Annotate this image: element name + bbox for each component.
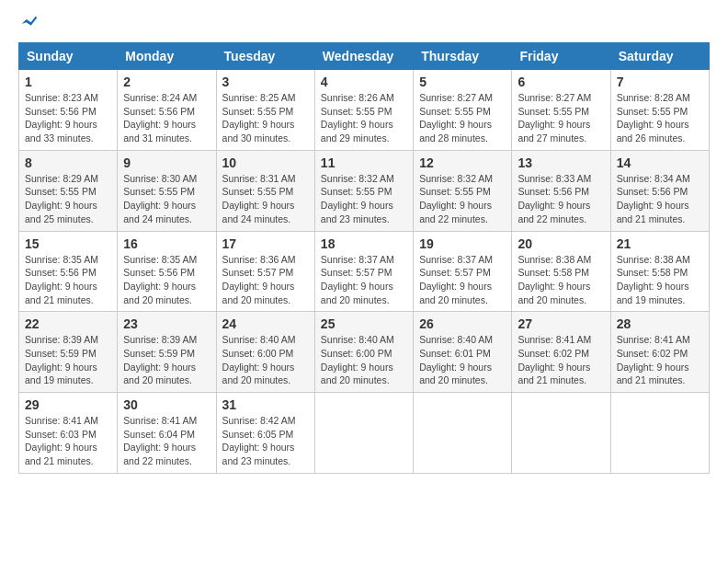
day-number: 7 [617, 75, 703, 89]
calendar-cell: 10Sunrise: 8:31 AMSunset: 5:55 PMDayligh… [216, 150, 314, 231]
day-number: 19 [419, 236, 506, 251]
calendar-header-row: SundayMondayTuesdayWednesdayThursdayFrid… [19, 43, 710, 70]
calendar-day-header: Saturday [610, 43, 709, 70]
calendar-cell [314, 393, 413, 474]
day-info: Sunrise: 8:40 AMSunset: 6:00 PMDaylight:… [222, 333, 309, 387]
day-info: Sunrise: 8:23 AMSunset: 5:56 PMDaylight:… [25, 91, 111, 145]
day-info: Sunrise: 8:28 AMSunset: 5:55 PMDaylight:… [617, 91, 703, 145]
day-info: Sunrise: 8:37 AMSunset: 5:57 PMDaylight:… [419, 253, 506, 307]
day-number: 27 [518, 316, 604, 331]
day-info: Sunrise: 8:35 AMSunset: 5:56 PMDaylight:… [123, 253, 210, 307]
day-number: 1 [25, 75, 111, 89]
day-info: Sunrise: 8:41 AMSunset: 6:04 PMDaylight:… [123, 414, 210, 468]
day-number: 26 [419, 316, 506, 331]
day-info: Sunrise: 8:36 AMSunset: 5:57 PMDaylight:… [222, 253, 309, 307]
calendar-cell: 17Sunrise: 8:36 AMSunset: 5:57 PMDayligh… [216, 231, 314, 312]
calendar-table: SundayMondayTuesdayWednesdayThursdayFrid… [18, 42, 710, 474]
day-info: Sunrise: 8:27 AMSunset: 5:55 PMDaylight:… [518, 91, 604, 145]
day-info: Sunrise: 8:24 AMSunset: 5:56 PMDaylight:… [123, 91, 210, 145]
day-info: Sunrise: 8:27 AMSunset: 5:55 PMDaylight:… [419, 91, 506, 145]
page-header [18, 18, 710, 33]
calendar-cell: 14Sunrise: 8:34 AMSunset: 5:56 PMDayligh… [610, 150, 709, 231]
day-info: Sunrise: 8:31 AMSunset: 5:55 PMDaylight:… [222, 172, 309, 226]
day-number: 5 [419, 75, 506, 89]
day-info: Sunrise: 8:29 AMSunset: 5:55 PMDaylight:… [25, 172, 111, 226]
day-number: 17 [222, 236, 309, 251]
day-info: Sunrise: 8:37 AMSunset: 5:57 PMDaylight:… [321, 253, 407, 307]
calendar-week-row: 8Sunrise: 8:29 AMSunset: 5:55 PMDaylight… [19, 150, 710, 231]
day-number: 14 [617, 155, 703, 170]
day-info: Sunrise: 8:38 AMSunset: 5:58 PMDaylight:… [617, 253, 703, 307]
calendar-cell: 24Sunrise: 8:40 AMSunset: 6:00 PMDayligh… [216, 312, 314, 393]
day-info: Sunrise: 8:32 AMSunset: 5:55 PMDaylight:… [419, 172, 506, 226]
calendar-day-header: Sunday [19, 43, 118, 70]
calendar-cell: 27Sunrise: 8:41 AMSunset: 6:02 PMDayligh… [512, 312, 610, 393]
day-info: Sunrise: 8:32 AMSunset: 5:55 PMDaylight:… [321, 172, 407, 226]
calendar-cell: 6Sunrise: 8:27 AMSunset: 5:55 PMDaylight… [512, 70, 610, 151]
calendar-cell: 30Sunrise: 8:41 AMSunset: 6:04 PMDayligh… [118, 393, 216, 474]
calendar-cell: 16Sunrise: 8:35 AMSunset: 5:56 PMDayligh… [118, 231, 216, 312]
day-number: 16 [123, 236, 210, 251]
calendar-cell: 21Sunrise: 8:38 AMSunset: 5:58 PMDayligh… [610, 231, 709, 312]
day-number: 21 [617, 236, 703, 251]
logo-icon [20, 15, 39, 33]
day-number: 23 [123, 316, 210, 331]
day-info: Sunrise: 8:40 AMSunset: 6:01 PMDaylight:… [419, 333, 506, 387]
day-number: 22 [25, 316, 111, 331]
calendar-cell: 1Sunrise: 8:23 AMSunset: 5:56 PMDaylight… [19, 70, 118, 151]
day-number: 15 [25, 236, 111, 251]
calendar-cell: 7Sunrise: 8:28 AMSunset: 5:55 PMDaylight… [610, 70, 709, 151]
calendar-cell: 29Sunrise: 8:41 AMSunset: 6:03 PMDayligh… [19, 393, 118, 474]
calendar-week-row: 29Sunrise: 8:41 AMSunset: 6:03 PMDayligh… [19, 393, 710, 474]
day-info: Sunrise: 8:40 AMSunset: 6:00 PMDaylight:… [321, 333, 407, 387]
calendar-cell: 3Sunrise: 8:25 AMSunset: 5:55 PMDaylight… [216, 70, 314, 151]
day-number: 31 [222, 397, 309, 412]
day-info: Sunrise: 8:25 AMSunset: 5:55 PMDaylight:… [222, 91, 309, 145]
day-number: 25 [321, 316, 407, 331]
calendar-day-header: Thursday [414, 43, 512, 70]
day-number: 18 [321, 236, 407, 251]
day-number: 2 [123, 75, 210, 89]
calendar-cell: 11Sunrise: 8:32 AMSunset: 5:55 PMDayligh… [314, 150, 413, 231]
calendar-cell: 28Sunrise: 8:41 AMSunset: 6:02 PMDayligh… [610, 312, 709, 393]
calendar-cell: 12Sunrise: 8:32 AMSunset: 5:55 PMDayligh… [414, 150, 512, 231]
day-number: 20 [518, 236, 604, 251]
calendar-day-header: Monday [118, 43, 216, 70]
day-number: 6 [518, 75, 604, 89]
day-number: 24 [222, 316, 309, 331]
day-info: Sunrise: 8:26 AMSunset: 5:55 PMDaylight:… [321, 91, 407, 145]
logo [18, 18, 39, 33]
day-info: Sunrise: 8:39 AMSunset: 5:59 PMDaylight:… [25, 333, 111, 387]
day-info: Sunrise: 8:35 AMSunset: 5:56 PMDaylight:… [25, 253, 111, 307]
day-number: 11 [321, 155, 407, 170]
day-info: Sunrise: 8:42 AMSunset: 6:05 PMDaylight:… [222, 414, 309, 468]
calendar-cell: 13Sunrise: 8:33 AMSunset: 5:56 PMDayligh… [512, 150, 610, 231]
calendar-week-row: 1Sunrise: 8:23 AMSunset: 5:56 PMDaylight… [19, 70, 710, 151]
day-number: 3 [222, 75, 309, 89]
day-info: Sunrise: 8:33 AMSunset: 5:56 PMDaylight:… [518, 172, 604, 226]
calendar-day-header: Tuesday [216, 43, 314, 70]
calendar-cell: 25Sunrise: 8:40 AMSunset: 6:00 PMDayligh… [314, 312, 413, 393]
calendar-cell: 2Sunrise: 8:24 AMSunset: 5:56 PMDaylight… [118, 70, 216, 151]
calendar-cell: 31Sunrise: 8:42 AMSunset: 6:05 PMDayligh… [216, 393, 314, 474]
calendar-week-row: 15Sunrise: 8:35 AMSunset: 5:56 PMDayligh… [19, 231, 710, 312]
calendar-cell: 8Sunrise: 8:29 AMSunset: 5:55 PMDaylight… [19, 150, 118, 231]
calendar-cell: 23Sunrise: 8:39 AMSunset: 5:59 PMDayligh… [118, 312, 216, 393]
calendar-cell [414, 393, 512, 474]
day-info: Sunrise: 8:41 AMSunset: 6:02 PMDaylight:… [617, 333, 703, 387]
day-info: Sunrise: 8:41 AMSunset: 6:02 PMDaylight:… [518, 333, 604, 387]
day-number: 30 [123, 397, 210, 412]
calendar-cell: 15Sunrise: 8:35 AMSunset: 5:56 PMDayligh… [19, 231, 118, 312]
day-info: Sunrise: 8:34 AMSunset: 5:56 PMDaylight:… [617, 172, 703, 226]
calendar-cell [610, 393, 709, 474]
day-number: 29 [25, 397, 111, 412]
calendar-cell: 26Sunrise: 8:40 AMSunset: 6:01 PMDayligh… [414, 312, 512, 393]
day-info: Sunrise: 8:39 AMSunset: 5:59 PMDaylight:… [123, 333, 210, 387]
calendar-cell: 18Sunrise: 8:37 AMSunset: 5:57 PMDayligh… [314, 231, 413, 312]
day-number: 10 [222, 155, 309, 170]
day-number: 4 [321, 75, 407, 89]
calendar-cell: 22Sunrise: 8:39 AMSunset: 5:59 PMDayligh… [19, 312, 118, 393]
calendar-cell: 19Sunrise: 8:37 AMSunset: 5:57 PMDayligh… [414, 231, 512, 312]
calendar-cell: 20Sunrise: 8:38 AMSunset: 5:58 PMDayligh… [512, 231, 610, 312]
day-number: 28 [617, 316, 703, 331]
